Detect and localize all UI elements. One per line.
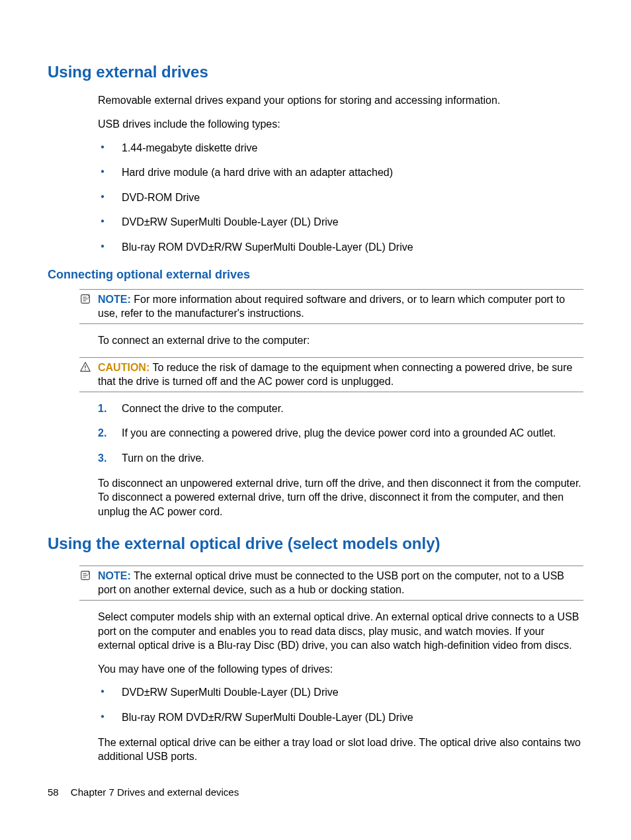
page-footer: 58 Chapter 7 Drives and external devices	[48, 786, 239, 799]
usb-drive-types-list: 1.44-megabyte diskette drive Hard drive …	[98, 141, 583, 255]
connect-steps-list: Connect the drive to the computer. If yo…	[98, 401, 583, 466]
caution-callout: CAUTION: To reduce the risk of damage to…	[79, 357, 583, 392]
list-item: Connect the drive to the computer.	[98, 401, 583, 416]
paragraph: Removable external drives expand your op…	[98, 93, 583, 108]
caution-icon	[79, 361, 91, 373]
heading-using-external-drives: Using external drives	[48, 62, 583, 83]
paragraph: USB drives include the following types:	[98, 117, 583, 132]
optical-drive-types-list: DVD±RW SuperMulti Double-Layer (DL) Driv…	[98, 685, 583, 724]
paragraph: To connect an external drive to the comp…	[98, 333, 583, 348]
note-text: For more information about required soft…	[98, 294, 565, 319]
caution-label: CAUTION:	[98, 362, 149, 373]
paragraph: The external optical drive can be either…	[98, 735, 583, 764]
list-item: DVD±RW SuperMulti Double-Layer (DL) Driv…	[98, 215, 583, 230]
note-callout: NOTE: The external optical drive must be…	[79, 566, 583, 601]
chapter-label: Chapter 7 Drives and external devices	[71, 786, 239, 798]
note-icon	[79, 569, 91, 581]
note-label: NOTE:	[98, 294, 131, 305]
list-item: Turn on the drive.	[98, 451, 583, 466]
note-icon	[79, 293, 91, 305]
note-callout: NOTE: For more information about require…	[79, 289, 583, 324]
list-item: Hard drive module (a hard drive with an …	[98, 165, 583, 180]
svg-point-2	[85, 369, 86, 370]
list-item: Blu-ray ROM DVD±R/RW SuperMulti Double-L…	[98, 710, 583, 725]
note-text: The external optical drive must be conne…	[98, 570, 564, 596]
list-item: If you are connecting a powered drive, p…	[98, 426, 583, 441]
page-number: 58	[48, 786, 59, 798]
list-item: Blu-ray ROM DVD±R/RW SuperMulti Double-L…	[98, 240, 583, 255]
list-item: 1.44-megabyte diskette drive	[98, 141, 583, 155]
heading-using-external-optical-drive: Using the external optical drive (select…	[48, 533, 583, 554]
paragraph: Select computer models ship with an exte…	[98, 610, 583, 653]
list-item: DVD±RW SuperMulti Double-Layer (DL) Driv…	[98, 685, 583, 700]
paragraph: You may have one of the following types …	[98, 662, 583, 677]
list-item: DVD-ROM Drive	[98, 190, 583, 205]
caution-text: To reduce the risk of damage to the equi…	[98, 362, 572, 388]
paragraph: To disconnect an unpowered external driv…	[98, 476, 583, 519]
note-label: NOTE:	[98, 570, 131, 581]
heading-connecting-optional-external-drives: Connecting optional external drives	[48, 267, 583, 282]
